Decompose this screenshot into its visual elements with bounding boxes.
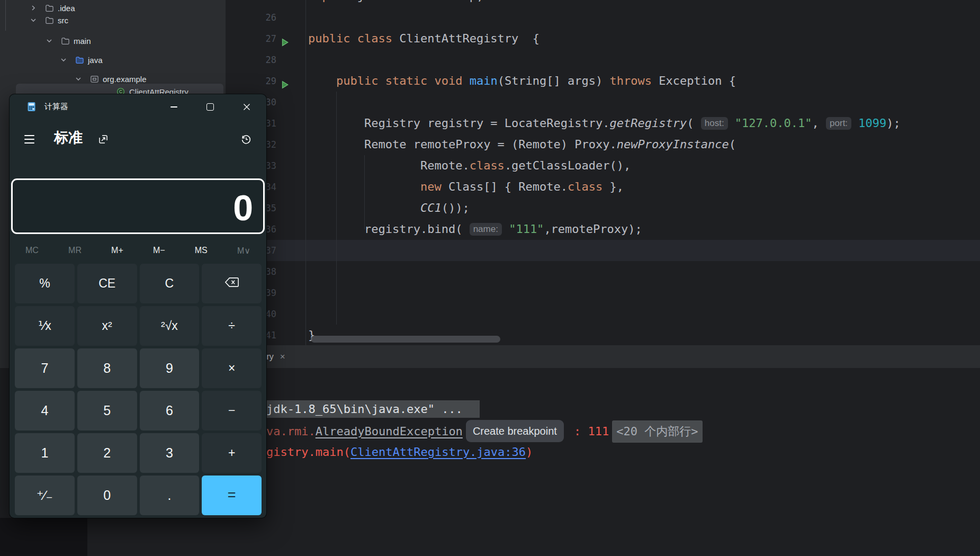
console-error-text: ) bbox=[526, 445, 533, 459]
console-text: va.rmi. bbox=[266, 425, 316, 438]
tree-item-label: .idea bbox=[58, 4, 75, 13]
code-line-text: Remote.class.getClassLoader(), bbox=[308, 155, 631, 176]
create-breakpoint-badge[interactable]: Create breakpoint bbox=[466, 420, 564, 442]
key-two[interactable]: 2 bbox=[77, 433, 137, 473]
code-line: 34 new Class[] { Remote.class }, bbox=[226, 176, 980, 198]
run-tab[interactable]: try × bbox=[264, 345, 285, 368]
memory-button-m+[interactable]: M+ bbox=[111, 246, 123, 255]
inlay-hint: host: bbox=[701, 117, 728, 130]
key-equals[interactable]: = bbox=[202, 476, 262, 515]
mode-label: 标准 bbox=[54, 128, 83, 147]
code-line-text: Remote remoteProxy = (Remote) Proxy.newP… bbox=[308, 134, 736, 155]
chevron-down-icon[interactable] bbox=[29, 16, 38, 24]
console-line: jdk-1.8_65\bin\java.exe" ... bbox=[266, 399, 480, 420]
code-line: import java.util.HashMap; bbox=[226, 0, 980, 7]
inlay-hint: port: bbox=[826, 117, 851, 130]
key-clear-entry[interactable]: CE bbox=[77, 264, 137, 303]
code-line: 37 bbox=[226, 240, 980, 261]
key-four[interactable]: 4 bbox=[15, 391, 75, 431]
key-negate[interactable]: ⁺∕₋ bbox=[15, 476, 75, 515]
stacktrace-link[interactable]: ClientAttRegistry.java:36 bbox=[350, 445, 526, 459]
exception-link[interactable]: AlreadyBoundException bbox=[316, 425, 463, 438]
code-line: 39 bbox=[226, 282, 980, 303]
memory-button-mc: MC bbox=[25, 246, 39, 255]
chevron-down-icon[interactable] bbox=[45, 37, 53, 45]
memory-button-mr: MR bbox=[68, 246, 82, 255]
chevron-down-icon[interactable] bbox=[59, 56, 68, 64]
code-line-text: Registry registry = LocateRegistry.getRe… bbox=[308, 113, 901, 134]
key-one[interactable]: 1 bbox=[15, 433, 75, 473]
window-title: 计算器 bbox=[44, 102, 68, 112]
calculator-display: 0 bbox=[11, 178, 265, 234]
key-square[interactable]: x² bbox=[77, 306, 137, 346]
calculator-window: 计算器 标准 bbox=[10, 94, 266, 518]
chevron-down-icon[interactable] bbox=[74, 75, 83, 83]
code-line: 27public class ClientAttRegistry { bbox=[226, 28, 980, 49]
horizontal-scrollbar[interactable] bbox=[311, 336, 500, 343]
code-line: 31 Registry registry = LocateRegistry.ge… bbox=[226, 113, 980, 134]
code-line: 36 registry.bind( name: "111",remoteProx… bbox=[226, 219, 980, 240]
tree-item-src[interactable]: src bbox=[29, 12, 68, 28]
console-selected-text: jdk-1.8_65\bin\java.exe" ... bbox=[266, 400, 480, 418]
key-clear[interactable]: C bbox=[140, 264, 200, 303]
memory-button-m∨: M∨ bbox=[237, 246, 250, 256]
key-seven[interactable]: 7 bbox=[15, 348, 75, 388]
folder-icon bbox=[61, 37, 70, 46]
code-line-text: new Class[] { Remote.class }, bbox=[308, 176, 624, 198]
line-number: 27 bbox=[226, 28, 276, 49]
screen: .ideasrcmainjavaorg.exampleCClientAttReg… bbox=[0, 0, 980, 556]
close-button[interactable] bbox=[235, 94, 259, 120]
close-icon bbox=[243, 103, 250, 111]
folded-lines-badge[interactable]: <20 个内部行> bbox=[612, 420, 702, 443]
line-number: 26 bbox=[226, 7, 276, 28]
tree-item-main[interactable]: main bbox=[45, 33, 91, 49]
calculator-nav: 标准 bbox=[10, 127, 266, 151]
memory-button-m−[interactable]: M− bbox=[153, 246, 165, 255]
key-percent[interactable]: % bbox=[15, 264, 75, 303]
key-five[interactable]: 5 bbox=[77, 391, 137, 431]
svg-text:C: C bbox=[119, 89, 122, 94]
keep-on-top-icon bbox=[97, 133, 109, 145]
code-line: 30 bbox=[226, 92, 980, 113]
history-button[interactable] bbox=[237, 130, 255, 148]
tree-item-label: org.example bbox=[103, 75, 147, 84]
console-error-text: 111 bbox=[588, 425, 609, 438]
key-reciprocal[interactable]: ⅟x bbox=[15, 306, 75, 346]
key-eight[interactable]: 8 bbox=[77, 348, 137, 388]
key-minus[interactable]: − bbox=[202, 391, 262, 431]
key-square-root[interactable]: ²√x bbox=[140, 306, 200, 346]
maximize-button[interactable] bbox=[198, 94, 222, 120]
code-editor[interactable]: import java.util.HashMap; 2627public cla… bbox=[226, 0, 980, 345]
package-icon bbox=[90, 75, 99, 84]
key-nine[interactable]: 9 bbox=[140, 348, 200, 388]
keypad: %CEC⅟xx²²√x÷789×456−123+⁺∕₋0.= bbox=[15, 264, 262, 515]
folder-icon bbox=[45, 16, 54, 25]
tree-item-java[interactable]: java bbox=[59, 52, 103, 68]
key-plus[interactable]: + bbox=[202, 433, 262, 473]
display-value: 0 bbox=[233, 184, 253, 231]
key-multiply[interactable]: × bbox=[202, 348, 262, 388]
key-backspace[interactable] bbox=[202, 264, 262, 303]
run-icon[interactable] bbox=[280, 76, 290, 86]
console-line: va.rmi.AlreadyBoundExceptionCreate break… bbox=[266, 420, 703, 441]
tree-item-label: main bbox=[74, 37, 91, 46]
calculator-titlebar[interactable]: 计算器 bbox=[10, 94, 266, 120]
key-divide[interactable]: ÷ bbox=[202, 306, 262, 346]
line-number: 29 bbox=[226, 70, 276, 92]
code-line: 40 bbox=[226, 303, 980, 325]
code-line-text: import java.util.HashMap; bbox=[308, 0, 483, 7]
code-line-text: registry.bind( name: "111",remoteProxy); bbox=[308, 219, 642, 240]
key-decimal[interactable]: . bbox=[140, 476, 200, 515]
minimize-button[interactable] bbox=[161, 94, 186, 120]
code-line: 29 public static void main(String[] args… bbox=[226, 70, 980, 92]
console-error-text: gistry.main( bbox=[266, 445, 350, 459]
key-six[interactable]: 6 bbox=[140, 391, 200, 431]
run-icon[interactable] bbox=[280, 34, 290, 43]
tab-close-icon[interactable]: × bbox=[280, 352, 285, 362]
menu-button[interactable] bbox=[24, 131, 46, 147]
key-zero[interactable]: 0 bbox=[77, 476, 137, 515]
chevron-right-icon[interactable] bbox=[29, 4, 38, 12]
keep-on-top-button[interactable] bbox=[94, 130, 112, 148]
key-three[interactable]: 3 bbox=[140, 433, 200, 473]
memory-button-ms[interactable]: MS bbox=[195, 246, 208, 255]
